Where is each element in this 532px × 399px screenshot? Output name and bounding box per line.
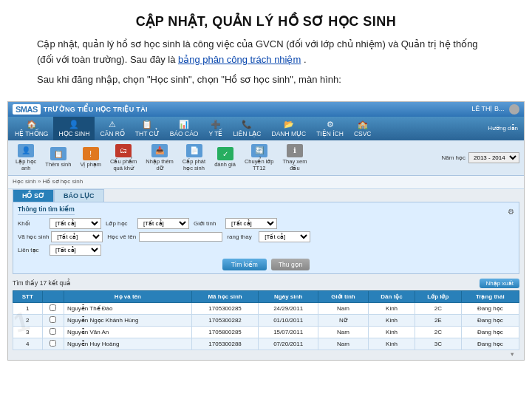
col-ma-hoc-sinh: Mã học sinh bbox=[191, 290, 259, 302]
nav-label-hesystem: HỆ THỐNG bbox=[15, 130, 48, 137]
nav-item-hesystem[interactable]: 🏠 HỆ THỐNG bbox=[10, 117, 53, 140]
table-row: 3 Nguyễn Văn An 1705800285 15/07/2011 Na… bbox=[13, 326, 519, 338]
tab-bao-luc[interactable]: BÁO LỤC bbox=[54, 189, 104, 202]
nav-label-tienich: TIỆN ÍCH bbox=[316, 130, 344, 137]
btn-cap-pham[interactable]: 🗂 Cấu phẩm quá khứ bbox=[107, 143, 140, 173]
nav-help[interactable]: Hướng dẫn bbox=[483, 122, 522, 134]
btn-lap-hoc-anh[interactable]: 👤 Lập học anh bbox=[13, 143, 39, 173]
lap-hoc-anh-icon: 👤 bbox=[18, 144, 34, 157]
gear-icon: ⚙ bbox=[327, 120, 334, 129]
field-lien-tac: Liên tạc [Tất cả] bbox=[18, 245, 101, 256]
cell-check[interactable] bbox=[42, 314, 64, 326]
search-area: Học sinh » Hồ sơ học sinh bbox=[8, 176, 524, 189]
desc-link[interactable]: bảng phân công trách nhiệm bbox=[178, 54, 301, 65]
nav-item-tienich[interactable]: ⚙ TIỆN ÍCH bbox=[311, 117, 349, 140]
cell-ma: 1705300288 bbox=[191, 338, 259, 349]
search-row-3: Liên tạc [Tất cả] bbox=[18, 245, 514, 256]
nav-item-canro[interactable]: ⚠ CĂN RỒ bbox=[95, 117, 129, 140]
select-gioi-tinh[interactable]: [Tất cả] bbox=[225, 218, 277, 229]
label-rang-thay: rang thay bbox=[227, 233, 256, 240]
field-gioi-tinh: Giới tính [Tất cả] bbox=[194, 218, 277, 229]
nav-item-hocsinh[interactable]: 👤 HỌC SINH bbox=[53, 117, 95, 140]
nav-label-canro: CĂN RỒ bbox=[100, 130, 124, 137]
them-sinh-icon: 📋 bbox=[50, 147, 66, 160]
vi-pham-icon: ! bbox=[83, 147, 99, 160]
cell-lop: 2C bbox=[415, 302, 461, 314]
nav-item-danhmuc[interactable]: 📂 DANH MỤC bbox=[267, 117, 312, 140]
btn-vi-pham[interactable]: ! Vị phạm bbox=[77, 146, 104, 169]
clipboard-icon: 📋 bbox=[142, 120, 152, 129]
cell-dan-toc: Kinh bbox=[369, 338, 415, 349]
cell-gioi-tinh: Nam bbox=[318, 338, 368, 349]
btn-cap-phat[interactable]: 📄 Cấp phát học sinh bbox=[180, 143, 208, 173]
btn-export[interactable]: Nhập xuất bbox=[480, 279, 519, 288]
btn-tim-kiem[interactable]: Tìm kiếm bbox=[222, 259, 267, 270]
nav-item-yte[interactable]: ➕ Y TẾ bbox=[203, 117, 228, 140]
cell-stt: 2 bbox=[13, 314, 43, 326]
building-icon: 🏫 bbox=[358, 120, 368, 129]
cell-dan-toc: Kinh bbox=[369, 314, 415, 326]
input-hoc-ve-ten[interactable] bbox=[139, 232, 222, 242]
field-lop-hoc: Lớp học [Tất cả] bbox=[106, 218, 189, 229]
icon-bar: 👤 Lập học anh 📋 Thêm sinh ! Vị phạm 🗂 Cấ… bbox=[8, 140, 524, 176]
cell-stt: 4 bbox=[13, 338, 43, 349]
btn-thu-gon[interactable]: Thu gọn bbox=[271, 259, 310, 270]
scroll-hint: ▼ bbox=[13, 350, 519, 358]
btn-nhap-them[interactable]: 📥 Nhập thêm dữ bbox=[143, 143, 177, 173]
label-lop-hoc: Lớp học bbox=[106, 220, 135, 227]
nav-label-baocao: BÁO CÁO bbox=[170, 130, 199, 137]
btn-them-sinh[interactable]: 📋 Thêm sinh bbox=[42, 146, 74, 169]
cell-ma: 1705300282 bbox=[191, 314, 259, 326]
col-gioi-tinh: Giới tính bbox=[318, 290, 368, 302]
page-instruction: Sau khi đăng nhập, chọn "Học sinh", chọn… bbox=[30, 68, 502, 89]
app-topbar: SMAS TRƯỜNG TIỂU HỌC TRIỆU TÀI LÊ THỊ B.… bbox=[8, 102, 524, 117]
btn-chuyen-lop[interactable]: 🔄 Chuyển lớp TT12 bbox=[242, 143, 277, 173]
nav-item-thtcu[interactable]: 📋 THT CỬ bbox=[130, 117, 165, 140]
chuyen-lop-icon: 🔄 bbox=[251, 144, 267, 157]
col-ngay-sinh: Ngày sinh bbox=[259, 290, 318, 302]
btn-danh-gia[interactable]: ✓ đánh giá bbox=[211, 146, 239, 169]
cell-gioi-tinh: Nam bbox=[318, 302, 368, 314]
user-avatar-icon bbox=[509, 104, 519, 115]
select-va-hoc-sinh[interactable]: [Tất cả] bbox=[51, 231, 103, 242]
tab-ho-so[interactable]: HỒ SƠ bbox=[13, 189, 54, 202]
search-panel: Thông tin tìm kiếm ⚙ Khối [Tất cả] Lớp h… bbox=[13, 202, 519, 274]
page-desc: Cập nhật, quản lý hồ sơ học sinh là công… bbox=[30, 37, 502, 68]
app-user-name: LÊ THỊ B... bbox=[471, 105, 504, 112]
table-row: 2 Nguyễn Ngọc Khánh Hùng 1705300282 01/1… bbox=[13, 314, 519, 326]
select-rang-thay[interactable]: [Tất cả] bbox=[259, 231, 310, 242]
desc-end: . bbox=[304, 54, 307, 65]
year-dropdown[interactable]: 2013 - 2014 2012 - 2013 bbox=[468, 152, 519, 163]
warning-icon: ⚠ bbox=[109, 120, 116, 129]
cell-check[interactable] bbox=[42, 338, 64, 349]
cell-check[interactable] bbox=[42, 302, 64, 314]
select-lop-hoc[interactable]: [Tất cả] bbox=[137, 218, 189, 229]
search-row-2: Vã học sinh [Tất cả] Học vê tên rang tha… bbox=[18, 231, 514, 242]
settings-icon[interactable]: ⚙ bbox=[508, 208, 514, 216]
cell-ngay-sinh: 07/20/2011 bbox=[259, 338, 318, 349]
select-khoi[interactable]: [Tất cả] bbox=[50, 218, 101, 229]
year-select-area: Năm học 2013 - 2014 2012 - 2013 bbox=[441, 152, 519, 163]
btn-thay-xem[interactable]: ℹ Thay xem đầu bbox=[280, 143, 310, 173]
col-dan-toc: Dân tộc bbox=[369, 290, 415, 302]
select-lien-tac[interactable]: [Tất cả] bbox=[50, 245, 101, 256]
breadcrumb: Học sinh » Hồ sơ học sinh bbox=[13, 178, 519, 185]
cell-trang-thai: Đang học bbox=[461, 338, 519, 349]
nhap-them-icon: 📥 bbox=[151, 144, 168, 157]
nav-item-baocao[interactable]: 📊 BÁO CÁO bbox=[165, 117, 204, 140]
folder-icon: 📂 bbox=[284, 120, 294, 129]
student-icon: 👤 bbox=[69, 120, 79, 129]
nav-item-csvc[interactable]: 🏫 CSVC bbox=[349, 117, 377, 140]
page-wrapper: CẬP NHẬT, QUẢN LÝ HỒ SƠ HỌC SINH Cập nhậ… bbox=[0, 0, 532, 361]
cell-check[interactable] bbox=[42, 326, 64, 338]
cell-ngay-sinh: 24/29/2011 bbox=[259, 302, 318, 314]
results-table: STT Họ và tên Mã học sinh Ngày sinh Giới… bbox=[13, 290, 519, 350]
app-logo: SMAS bbox=[13, 104, 41, 115]
cell-name: Nguyễn Thế Đào bbox=[64, 302, 192, 314]
cell-name: Nguyễn Ngọc Khánh Hùng bbox=[64, 314, 192, 326]
field-hoc-ve-ten: Học vê tên bbox=[107, 232, 222, 242]
col-check bbox=[42, 290, 64, 302]
nav-label-danhmuc: DANH MỤC bbox=[272, 130, 307, 137]
cell-trang-thai: Đang học bbox=[461, 326, 519, 338]
nav-item-lienlac[interactable]: 📞 LIÊN LẠC bbox=[228, 117, 266, 140]
